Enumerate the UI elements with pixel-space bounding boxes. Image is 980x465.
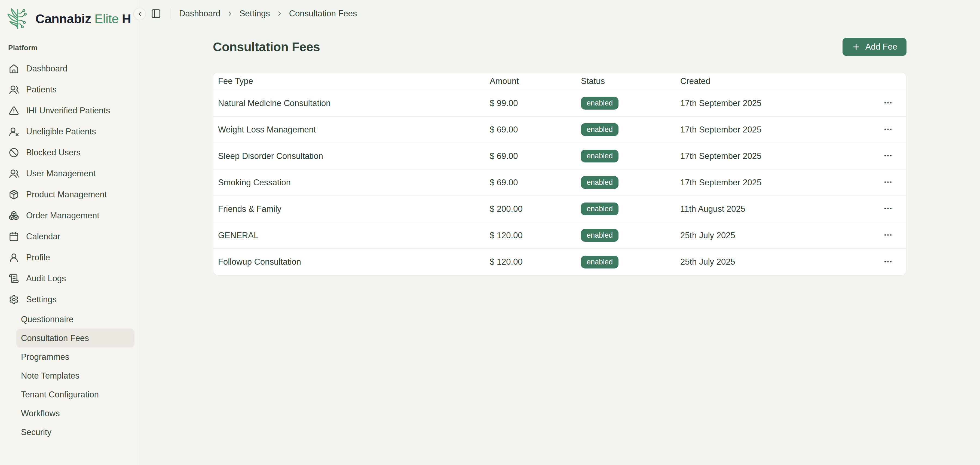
fee-row-followup-consultation: Followup Consultation$ 120.00enabled25th… xyxy=(213,249,906,275)
chevron-right-icon xyxy=(226,10,234,17)
brand-name: CannabizEliteH xyxy=(35,11,131,26)
created-cell: 25th July 2025 xyxy=(680,249,861,275)
sidebar-item-settings[interactable]: Settings xyxy=(0,289,139,310)
sidebar-subitem-workflows[interactable]: Workflows xyxy=(16,404,134,423)
add-fee-button[interactable]: Add Fee xyxy=(843,38,907,56)
column-header-actions xyxy=(861,72,906,90)
sidebar: CannabizEliteH Platform DashboardPatient… xyxy=(0,0,139,465)
sidebar-item-label: IHI Unverified Patients xyxy=(26,106,110,115)
column-header-status: Status xyxy=(581,72,680,90)
sidebar-subitem-tenant-configuration[interactable]: Tenant Configuration xyxy=(16,385,134,404)
status-badge: enabled xyxy=(581,97,619,110)
actions-cell xyxy=(861,117,906,143)
chevron-left-icon xyxy=(136,11,143,17)
package-icon xyxy=(9,189,19,200)
actions-cell xyxy=(861,90,906,117)
status-badge: enabled xyxy=(581,256,619,268)
sidebar-item-dashboard[interactable]: Dashboard xyxy=(0,58,139,79)
status-cell: enabled xyxy=(581,169,680,196)
column-header-amount: Amount xyxy=(490,72,581,90)
row-actions-button[interactable] xyxy=(881,123,894,137)
fee-type-cell: Followup Consultation xyxy=(213,249,490,275)
sidebar-subitem-consultation-fees[interactable]: Consultation Fees xyxy=(16,329,134,348)
ellipsis-icon xyxy=(883,98,893,108)
fee-type-cell: GENERAL xyxy=(213,222,490,249)
gear-icon xyxy=(9,294,19,305)
chevron-right-icon xyxy=(276,10,283,17)
panel-toggle-button[interactable] xyxy=(151,8,161,19)
fees-table-card: Fee Type Amount Status Created Natural M… xyxy=(213,72,907,276)
topbar-divider xyxy=(170,8,170,19)
sidebar-subitem-programmes[interactable]: Programmes xyxy=(16,348,134,366)
panel-left-icon xyxy=(151,8,161,19)
fee-row-natural-medicine-consultation: Natural Medicine Consultation$ 99.00enab… xyxy=(213,90,906,117)
row-actions-button[interactable] xyxy=(881,255,894,269)
sidebar-item-label: User Management xyxy=(26,169,95,179)
calendar-icon xyxy=(9,232,19,242)
plus-icon xyxy=(852,43,861,51)
row-actions-button[interactable] xyxy=(881,176,894,189)
ellipsis-icon xyxy=(883,257,893,267)
status-cell: enabled xyxy=(581,143,680,169)
fee-type-cell: Natural Medicine Consultation xyxy=(213,90,490,117)
created-cell: 11th August 2025 xyxy=(680,196,861,222)
user-x-icon xyxy=(9,126,19,137)
breadcrumb-dashboard[interactable]: Dashboard xyxy=(179,9,221,19)
sidebar-item-order-management[interactable]: Order Management xyxy=(0,205,139,226)
fee-row-general: GENERAL$ 120.00enabled25th July 2025 xyxy=(213,222,906,249)
amount-cell: $ 69.00 xyxy=(490,143,581,169)
heading-row: Consultation Fees Add Fee xyxy=(213,35,907,58)
brand-logo[interactable]: CannabizEliteH xyxy=(0,0,131,32)
sidebar-item-label: Calendar xyxy=(26,232,60,241)
row-actions-button[interactable] xyxy=(881,202,894,216)
fee-row-smoking-cessation: Smoking Cessation$ 69.00enabled17th Sept… xyxy=(213,169,906,196)
row-actions-button[interactable] xyxy=(881,149,894,163)
fee-type-cell: Smoking Cessation xyxy=(213,169,490,196)
status-badge: enabled xyxy=(581,176,619,189)
sidebar-subnav-settings: QuestionnaireConsultation FeesProgrammes… xyxy=(0,310,139,441)
status-cell: enabled xyxy=(581,249,680,275)
sidebar-nav: DashboardPatientsIHI Unverified Patients… xyxy=(0,58,139,441)
breadcrumb: DashboardSettingsConsultation Fees xyxy=(179,9,357,19)
status-cell: enabled xyxy=(581,196,680,222)
amount-cell: $ 99.00 xyxy=(490,90,581,117)
sidebar-item-profile[interactable]: Profile xyxy=(0,247,139,268)
sidebar-subitem-questionnaire[interactable]: Questionnaire xyxy=(16,310,134,329)
status-badge: enabled xyxy=(581,150,619,163)
sidebar-item-uneligible-patients[interactable]: Uneligible Patients xyxy=(0,121,139,142)
sidebar-item-label: Product Management xyxy=(26,190,107,200)
sidebar-item-audit-logs[interactable]: Audit Logs xyxy=(0,268,139,289)
sidebar-item-patients[interactable]: Patients xyxy=(0,79,139,100)
sidebar-item-product-management[interactable]: Product Management xyxy=(0,184,139,205)
boxes-icon xyxy=(9,211,19,221)
users-icon xyxy=(9,85,19,95)
row-actions-button[interactable] xyxy=(881,96,894,110)
actions-cell xyxy=(861,143,906,169)
column-header-created: Created xyxy=(680,72,861,90)
fee-row-sleep-disorder-consultation: Sleep Disorder Consultation$ 69.00enable… xyxy=(213,143,906,169)
sidebar-subitem-security[interactable]: Security xyxy=(16,423,134,441)
row-actions-button[interactable] xyxy=(881,229,894,242)
created-cell: 17th September 2025 xyxy=(680,117,861,143)
main-area: DashboardSettingsConsultation Fees Consu… xyxy=(139,0,980,465)
alert-triangle-icon xyxy=(9,105,19,116)
created-cell: 17th September 2025 xyxy=(680,90,861,117)
created-cell: 25th July 2025 xyxy=(680,222,861,249)
breadcrumb-settings[interactable]: Settings xyxy=(240,9,270,19)
sidebar-item-ihi-unverified-patients[interactable]: IHI Unverified Patients xyxy=(0,100,139,121)
status-badge: enabled xyxy=(581,203,619,215)
sidebar-item-label: Settings xyxy=(26,295,57,304)
actions-cell xyxy=(861,222,906,249)
ellipsis-icon xyxy=(883,151,893,161)
status-cell: enabled xyxy=(581,117,680,143)
ban-icon xyxy=(9,147,19,158)
page-title: Consultation Fees xyxy=(213,40,320,54)
sidebar-subitem-note-templates[interactable]: Note Templates xyxy=(16,366,134,385)
ellipsis-icon xyxy=(883,177,893,187)
sidebar-item-blocked-users[interactable]: Blocked Users xyxy=(0,142,139,163)
sidebar-item-calendar[interactable]: Calendar xyxy=(0,226,139,247)
sidebar-item-label: Dashboard xyxy=(26,64,67,74)
sidebar-item-user-management[interactable]: User Management xyxy=(0,163,139,184)
sidebar-collapse-button[interactable] xyxy=(134,8,146,20)
created-cell: 17th September 2025 xyxy=(680,169,861,196)
